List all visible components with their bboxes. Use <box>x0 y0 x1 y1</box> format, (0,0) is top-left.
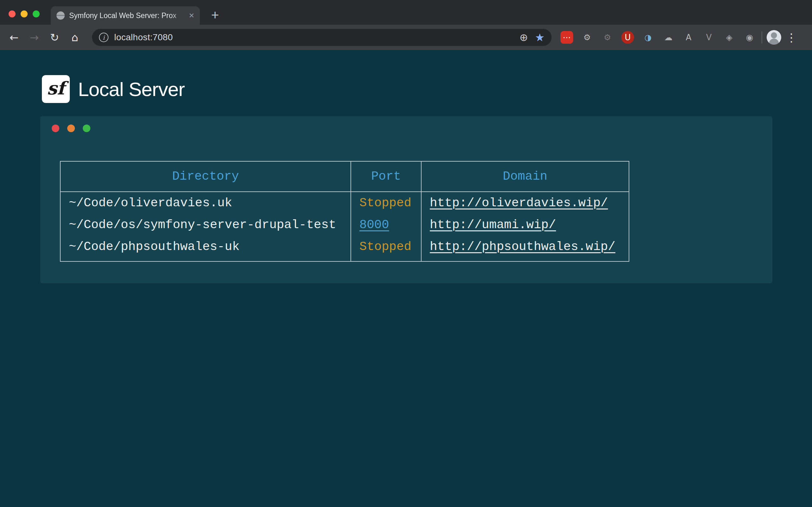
back-button[interactable]: ← <box>5 29 23 46</box>
column-header-directory: Directory <box>60 161 351 192</box>
dark-gear-extension-icon[interactable]: ⚙ <box>601 31 614 44</box>
port-status: Stopped <box>351 192 421 214</box>
site-info-icon[interactable]: i <box>99 33 108 42</box>
red-dots-extension-icon[interactable]: ⋯ <box>560 31 573 44</box>
column-header-port: Port <box>351 161 421 192</box>
github-extension-icon[interactable]: ◉ <box>743 31 756 44</box>
tab-strip: Symfony Local Web Server: Prox × + <box>0 0 812 25</box>
extensions-area: ⋯ ⚙ ⚙ U ◑ ☁ A V ◈ ◉ <box>560 31 756 44</box>
cloud-extension-icon[interactable]: ☁ <box>662 31 675 44</box>
server-card: Directory Port Domain ~/Code/oliverdavie… <box>40 116 772 283</box>
symfony-logo-glyph: sf <box>47 78 65 99</box>
url-text: localhost:7080 <box>114 32 173 43</box>
address-bar[interactable]: i localhost:7080 ⊕ ★ <box>92 29 552 46</box>
directory-cell: ~/Code/oliverdavies.uk <box>60 192 351 214</box>
window-zoom-button[interactable] <box>33 10 40 17</box>
gear-extension-icon[interactable]: ⚙ <box>581 31 594 44</box>
window-close-button[interactable] <box>9 10 15 17</box>
table-row: ~/Code/oliverdavies.uk Stopped http://ol… <box>60 192 629 214</box>
letter-a-extension-icon[interactable]: A <box>682 31 695 44</box>
terminal-dot-orange-icon <box>67 124 75 132</box>
table-row: ~/Code/os/symfony-server-drupal-test 800… <box>60 214 629 236</box>
page-title: Local Server <box>78 75 185 103</box>
browser-tab[interactable]: Symfony Local Web Server: Prox × <box>51 6 200 25</box>
tab-favicon-globe-icon <box>56 11 65 20</box>
window-minimize-button[interactable] <box>20 10 28 17</box>
port-status: Stopped <box>351 236 421 262</box>
window-controls <box>9 10 40 17</box>
tab-title: Symfony Local Web Server: Prox <box>69 11 185 20</box>
column-header-domain: Domain <box>421 161 629 192</box>
port-link[interactable]: 8000 <box>359 218 389 232</box>
symfony-logo: sf <box>42 75 70 103</box>
browser-menu-icon[interactable]: ⋮ <box>786 31 797 44</box>
table-header-row: Directory Port Domain <box>60 161 629 192</box>
reload-button[interactable]: ↻ <box>46 29 63 46</box>
page-content: sf Local Server Directory Port Domain ~/… <box>0 50 812 507</box>
directory-cell: ~/Code/os/symfony-server-drupal-test <box>60 214 351 236</box>
toolbar-separator <box>762 32 762 43</box>
terminal-dot-red-icon <box>52 124 59 132</box>
servers-table: Directory Port Domain ~/Code/oliverdavie… <box>60 161 629 262</box>
v-shape-extension-icon[interactable]: V <box>703 31 715 44</box>
new-tab-button[interactable]: + <box>207 7 223 23</box>
domain-link[interactable]: http://umami.wip/ <box>430 218 556 232</box>
directory-cell: ~/Code/phpsouthwales-uk <box>60 236 351 262</box>
profile-avatar[interactable] <box>767 30 781 45</box>
domain-link[interactable]: http://phpsouthwales.wip/ <box>430 240 615 254</box>
zoom-icon[interactable]: ⊕ <box>519 32 528 43</box>
bookmark-star-icon[interactable]: ★ <box>535 31 545 44</box>
forward-button[interactable]: → <box>26 29 43 46</box>
tab-close-icon[interactable]: × <box>189 11 194 20</box>
home-button[interactable]: ⌂ <box>66 29 84 46</box>
terminal-dot-green-icon <box>83 124 90 132</box>
ublock-extension-icon[interactable]: U <box>621 31 634 44</box>
badge-extension-icon[interactable]: ◈ <box>723 31 735 44</box>
browser-toolbar: ← → ↻ ⌂ i localhost:7080 ⊕ ★ ⋯ ⚙ ⚙ U ◑ ☁… <box>0 25 812 50</box>
domain-link[interactable]: http://oliverdavies.wip/ <box>430 196 608 210</box>
terminal-dots <box>40 116 772 132</box>
table-row: ~/Code/phpsouthwales-uk Stopped http://p… <box>60 236 629 262</box>
blue-circle-extension-icon[interactable]: ◑ <box>642 31 654 44</box>
